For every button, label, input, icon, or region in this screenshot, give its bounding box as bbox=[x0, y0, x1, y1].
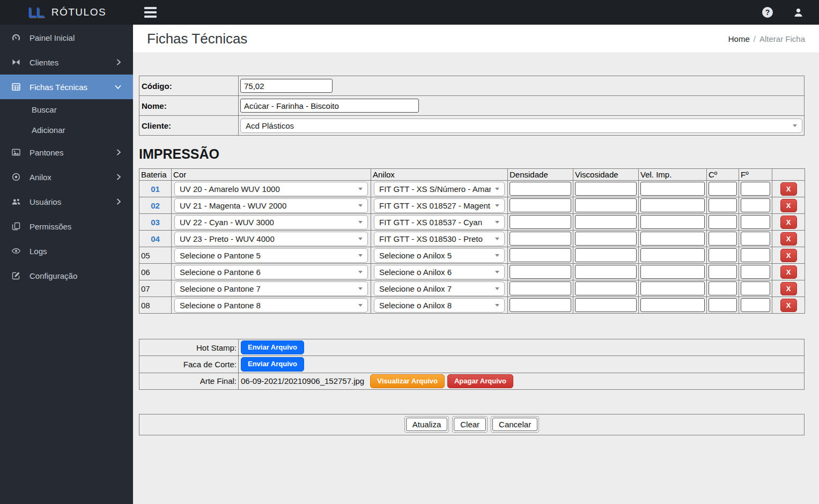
sidebar-item-permissoes[interactable]: Permissões bbox=[0, 214, 133, 239]
viscosidade-input[interactable] bbox=[575, 215, 637, 229]
sidebar-item-logs[interactable]: Logs bbox=[0, 239, 133, 263]
celsius-input[interactable] bbox=[709, 281, 737, 295]
viscosidade-input[interactable] bbox=[575, 232, 637, 246]
cancel-button[interactable]: Cancelar bbox=[492, 418, 537, 431]
sidebar-item-label: Painel Inicial bbox=[29, 33, 121, 42]
vel-imp-input[interactable] bbox=[640, 281, 705, 295]
cliente-label: Cliente: bbox=[139, 116, 239, 136]
densidade-input[interactable] bbox=[510, 232, 571, 246]
anilox-select[interactable]: FIT GTT - XS 018530 - Preto bbox=[374, 232, 505, 246]
sidebar-subitem-adicionar[interactable]: Adicionar bbox=[0, 120, 133, 140]
cor-select[interactable]: Selecione o Pantone 8 bbox=[174, 298, 368, 313]
bateria-link[interactable]: 01 bbox=[139, 181, 172, 197]
nome-input[interactable] bbox=[240, 99, 419, 113]
hot-stamp-upload-button[interactable]: Enviar Arquivo bbox=[241, 340, 304, 354]
densidade-input[interactable] bbox=[510, 215, 571, 229]
delete-row-button[interactable]: X bbox=[780, 232, 797, 246]
bateria-link[interactable]: 04 bbox=[139, 231, 172, 247]
viscosidade-input[interactable] bbox=[575, 248, 637, 262]
celsius-input[interactable] bbox=[709, 232, 737, 246]
codigo-input[interactable] bbox=[240, 79, 333, 93]
cor-select[interactable]: UV 21 - Magenta - WUV 2000 bbox=[174, 198, 368, 213]
vel-imp-input[interactable] bbox=[640, 298, 705, 312]
vel-imp-input[interactable] bbox=[640, 248, 705, 262]
delete-row-button[interactable]: X bbox=[780, 249, 797, 262]
fahrenheit-input[interactable] bbox=[741, 248, 770, 262]
fahrenheit-input[interactable] bbox=[741, 298, 770, 312]
help-icon[interactable]: ? bbox=[762, 7, 773, 18]
user-icon[interactable] bbox=[793, 7, 804, 18]
view-file-button[interactable]: Visualizar Arquivo bbox=[370, 374, 445, 388]
delete-row-button[interactable]: X bbox=[780, 265, 797, 279]
densidade-input[interactable] bbox=[510, 182, 571, 196]
brand[interactable]: LL RÓTULOS bbox=[0, 0, 133, 25]
fahrenheit-input[interactable] bbox=[741, 182, 770, 196]
vel-imp-input[interactable] bbox=[640, 265, 705, 279]
densidade-input[interactable] bbox=[510, 248, 571, 262]
celsius-input[interactable] bbox=[709, 298, 737, 312]
anilox-select[interactable]: FIT GTT - XS 018527 - Magenta bbox=[374, 198, 505, 213]
anilox-select[interactable]: Selecione o Anilox 6 bbox=[374, 265, 505, 279]
viscosidade-input[interactable] bbox=[575, 281, 637, 295]
breadcrumb-separator: / bbox=[754, 34, 756, 43]
celsius-input[interactable] bbox=[709, 182, 737, 196]
sidebar-item-configuracao[interactable]: Configuração bbox=[0, 263, 133, 288]
cor-select[interactable]: Selecione o Pantone 6 bbox=[174, 265, 368, 279]
hot-stamp-label: Hot Stamp: bbox=[139, 339, 239, 356]
viscosidade-input[interactable] bbox=[575, 182, 637, 196]
cor-select[interactable]: Selecione o Pantone 7 bbox=[174, 281, 368, 296]
faca-corte-upload-button[interactable]: Enviar Arquivo bbox=[241, 357, 304, 371]
bateria-link[interactable]: 03 bbox=[139, 214, 172, 231]
cor-select[interactable]: Selecione o Pantone 5 bbox=[174, 248, 368, 263]
sidebar-item-anilox[interactable]: Anilox bbox=[0, 165, 133, 189]
cor-select[interactable]: UV 20 - Amarelo WUV 1000 bbox=[174, 182, 368, 196]
breadcrumb-home-link[interactable]: Home bbox=[728, 34, 750, 43]
update-button[interactable]: Atualiza bbox=[406, 418, 447, 431]
sidebar-item-usuarios[interactable]: Usuários bbox=[0, 189, 133, 214]
sidebar-item-clientes[interactable]: Clientes bbox=[0, 50, 133, 75]
vel-imp-input[interactable] bbox=[640, 198, 705, 212]
clear-button[interactable]: Clear bbox=[454, 418, 486, 431]
anilox-select[interactable]: FIT GTT - XS S/Número - Amar... bbox=[374, 182, 505, 196]
celsius-input[interactable] bbox=[709, 215, 737, 229]
viscosidade-input[interactable] bbox=[575, 198, 637, 212]
sidebar-subitem-buscar[interactable]: Buscar bbox=[0, 99, 133, 120]
brand-name: RÓTULOS bbox=[51, 6, 106, 18]
hamburger-menu-icon[interactable] bbox=[143, 5, 158, 20]
vel-imp-input[interactable] bbox=[640, 232, 705, 246]
delete-row-button[interactable]: X bbox=[780, 182, 797, 196]
anilox-select[interactable]: Selecione o Anilox 7 bbox=[374, 281, 505, 296]
sidebar-item-fichas-tecnicas[interactable]: Fichas Técnicas bbox=[0, 75, 133, 99]
chevron-down-icon bbox=[495, 271, 499, 273]
cor-select[interactable]: UV 22 - Cyan - WUV 3000 bbox=[174, 215, 368, 229]
cliente-select[interactable]: Acd Plásticos bbox=[240, 118, 802, 133]
delete-row-button[interactable]: X bbox=[780, 282, 797, 295]
delete-row-button[interactable]: X bbox=[780, 216, 797, 229]
viscosidade-input[interactable] bbox=[575, 298, 637, 312]
celsius-input[interactable] bbox=[709, 198, 737, 212]
densidade-input[interactable] bbox=[510, 198, 571, 212]
viscosidade-input[interactable] bbox=[575, 265, 637, 279]
vel-imp-input[interactable] bbox=[640, 215, 705, 229]
densidade-input[interactable] bbox=[510, 265, 571, 279]
delete-row-button[interactable]: X bbox=[780, 299, 797, 312]
anilox-select[interactable]: Selecione o Anilox 8 bbox=[374, 298, 505, 313]
delete-file-button[interactable]: Apagar Arquivo bbox=[447, 374, 513, 388]
anilox-select[interactable]: FIT GTT - XS 018537 - Cyan bbox=[374, 215, 505, 229]
sidebar-item-pantones[interactable]: Pantones bbox=[0, 140, 133, 165]
fahrenheit-input[interactable] bbox=[741, 265, 770, 279]
fahrenheit-input[interactable] bbox=[741, 232, 770, 246]
fahrenheit-input[interactable] bbox=[741, 281, 770, 295]
fahrenheit-input[interactable] bbox=[741, 198, 770, 212]
celsius-input[interactable] bbox=[709, 265, 737, 279]
vel-imp-input[interactable] bbox=[640, 182, 705, 196]
fahrenheit-input[interactable] bbox=[741, 215, 770, 229]
sidebar-item-painel-inicial[interactable]: Painel Inicial bbox=[0, 25, 133, 50]
celsius-input[interactable] bbox=[709, 248, 737, 262]
delete-row-button[interactable]: X bbox=[780, 199, 797, 212]
anilox-select[interactable]: Selecione o Anilox 5 bbox=[374, 248, 505, 263]
cor-select[interactable]: UV 23 - Preto - WUV 4000 bbox=[174, 232, 368, 246]
densidade-input[interactable] bbox=[510, 298, 571, 312]
densidade-input[interactable] bbox=[510, 281, 571, 295]
bateria-link[interactable]: 02 bbox=[139, 197, 172, 214]
